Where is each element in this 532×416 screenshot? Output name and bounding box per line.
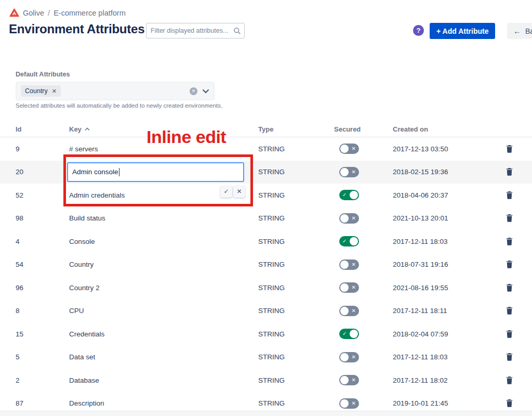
- column-header-id[interactable]: Id: [16, 125, 69, 133]
- column-header-type[interactable]: Type: [258, 125, 334, 133]
- cell-id: 5: [16, 353, 69, 361]
- secured-toggle[interactable]: ✕: [339, 375, 359, 385]
- back-arrow-icon: ←: [513, 27, 521, 35]
- delete-attribute-button[interactable]: [505, 283, 514, 293]
- cell-secured: ✕: [334, 213, 393, 224]
- chip-remove-icon[interactable]: ✕: [52, 88, 57, 95]
- toggle-check-icon: ✓: [342, 239, 347, 244]
- table-row: 4 Console STRING ✓ 2017-12-11 18:03: [0, 230, 532, 253]
- cell-key[interactable]: Data set: [69, 353, 258, 361]
- toggle-knob: [340, 168, 349, 176]
- back-button[interactable]: ← Back: [507, 23, 532, 39]
- cell-secured: ✕: [334, 144, 393, 154]
- table-row: 20 Admin console STRING ✕ 2018-02-15 19:…: [0, 161, 532, 184]
- cell-key[interactable]: Description: [69, 399, 258, 407]
- delete-attribute-button[interactable]: [505, 167, 514, 177]
- toggle-knob: [340, 145, 349, 153]
- cell-id: 98: [16, 214, 69, 222]
- delete-attribute-button[interactable]: [505, 329, 514, 339]
- toggle-cross-icon: ✕: [352, 401, 356, 406]
- cell-id: 8: [16, 307, 69, 315]
- column-header-key[interactable]: Key: [69, 125, 258, 133]
- toggle-knob: [340, 353, 349, 361]
- cell-key[interactable]: Database: [69, 376, 258, 384]
- secured-toggle[interactable]: ✕: [339, 398, 359, 409]
- cell-key[interactable]: Country 2: [69, 284, 258, 292]
- secured-toggle[interactable]: ✕: [339, 352, 359, 362]
- secured-toggle[interactable]: ✕: [339, 282, 359, 293]
- cell-type: STRING: [258, 399, 334, 407]
- text-cursor: [119, 168, 119, 176]
- cell-key[interactable]: CPU: [69, 307, 258, 315]
- delete-attribute-button[interactable]: [505, 237, 514, 246]
- toggle-knob: [350, 237, 358, 245]
- cell-id: 87: [16, 399, 69, 407]
- trash-icon: [506, 330, 513, 338]
- table-row: 9 # servers STRING ✕ 2017-12-13 03:50: [0, 137, 532, 161]
- clear-selection-icon[interactable]: ✕: [190, 87, 197, 95]
- toggle-check-icon: ✓: [342, 331, 347, 336]
- table-row: 98 Build status STRING ✕ 2021-10-13 20:0…: [0, 207, 532, 230]
- add-attribute-button[interactable]: + Add Attribute: [430, 23, 495, 39]
- column-header-created[interactable]: Created on: [393, 125, 491, 133]
- trash-icon: [506, 399, 513, 407]
- breadcrumb-project[interactable]: E-commerce platform: [54, 9, 126, 17]
- cell-key[interactable]: Admin console: [69, 162, 258, 182]
- delete-attribute-button[interactable]: [505, 190, 514, 200]
- cell-created: 2021-08-16 19:55: [393, 284, 491, 292]
- secured-toggle[interactable]: ✓: [339, 190, 359, 200]
- cell-type: STRING: [258, 284, 334, 292]
- secured-toggle[interactable]: ✕: [339, 144, 359, 154]
- default-attributes-select[interactable]: Country ✕ ✕: [16, 82, 215, 100]
- toggle-knob: [350, 330, 358, 338]
- column-header-secured[interactable]: Secured: [334, 125, 393, 133]
- secured-toggle[interactable]: ✓: [339, 329, 359, 339]
- trash-icon: [506, 145, 513, 153]
- cell-id: 4: [16, 238, 69, 245]
- cell-key[interactable]: Credentials: [69, 330, 258, 338]
- cell-key[interactable]: Build status: [69, 214, 258, 222]
- help-button[interactable]: ?: [413, 25, 424, 36]
- secured-toggle[interactable]: ✓: [339, 236, 359, 246]
- trash-icon: [506, 307, 513, 315]
- cell-type: STRING: [258, 261, 334, 268]
- confirm-edit-button[interactable]: ✓: [220, 186, 232, 198]
- breadcrumb-app[interactable]: Golive: [23, 9, 44, 17]
- cell-key[interactable]: Console: [69, 238, 258, 245]
- secured-toggle[interactable]: ✕: [339, 167, 359, 177]
- secured-toggle[interactable]: ✕: [339, 259, 359, 270]
- delete-attribute-button[interactable]: [505, 259, 514, 269]
- cell-key[interactable]: Country: [69, 261, 258, 268]
- cell-key[interactable]: # servers: [69, 145, 258, 153]
- cell-created: 2018-02-04 07:59: [393, 330, 491, 338]
- table-row: 54 Country STRING ✕ 2018-07-31 19:16: [0, 253, 532, 277]
- cell-secured: ✓: [334, 236, 393, 246]
- cell-id: 2: [16, 376, 69, 384]
- question-mark-icon: ?: [417, 27, 421, 34]
- cell-secured: ✕: [334, 259, 393, 270]
- inline-edit-input[interactable]: Admin console: [67, 162, 244, 182]
- delete-attribute-button[interactable]: [505, 352, 514, 362]
- delete-attribute-button[interactable]: [505, 375, 514, 385]
- environment-attributes-page: Golive / E-commerce platform Environment…: [0, 0, 532, 416]
- cell-id: 20: [16, 168, 69, 176]
- delete-attribute-button[interactable]: [505, 144, 514, 154]
- secured-toggle[interactable]: ✕: [339, 213, 359, 224]
- cell-created: 2021-10-13 20:01: [393, 214, 491, 222]
- delete-attribute-button[interactable]: [505, 213, 514, 223]
- cell-created: 2018-07-31 19:16: [393, 261, 491, 268]
- delete-attribute-button[interactable]: [505, 306, 514, 316]
- filter-input-wrapper: [146, 23, 245, 38]
- filter-input[interactable]: [151, 27, 233, 34]
- table-row: 52 Admin credentials STRING ✓ 2018-04-06…: [0, 184, 532, 207]
- cell-secured: ✕: [334, 282, 393, 293]
- toggle-knob: [340, 376, 349, 384]
- secured-toggle[interactable]: ✕: [339, 306, 359, 316]
- cell-id: 15: [16, 330, 69, 338]
- selected-attribute-chip: Country ✕: [21, 85, 61, 97]
- cell-id: 52: [16, 191, 69, 199]
- delete-attribute-button[interactable]: [505, 398, 514, 408]
- breadcrumb-separator: /: [48, 9, 50, 17]
- chevron-down-icon[interactable]: [202, 89, 209, 94]
- cancel-edit-button[interactable]: ✕: [233, 186, 245, 198]
